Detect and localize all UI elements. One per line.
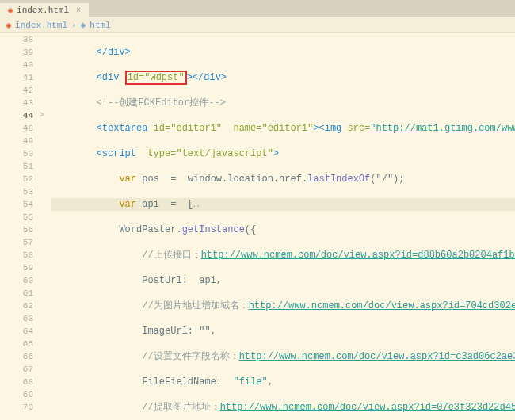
fold-column: > xyxy=(40,33,51,420)
line-number: 70 xyxy=(0,401,33,414)
line-number: 61 xyxy=(0,287,33,300)
line-number: 50 xyxy=(0,147,33,160)
tab-bar: ◉ index.html × xyxy=(0,0,515,17)
line-number: 62 xyxy=(0,300,33,312)
breadcrumb-node[interactable]: html xyxy=(90,21,110,30)
tab-label: index.html xyxy=(17,6,69,15)
line-number: 52 xyxy=(0,173,33,185)
html5-icon: ◉ xyxy=(6,21,11,30)
line-number: 65 xyxy=(0,338,33,350)
line-number: 67 xyxy=(0,363,33,376)
chevron-right-icon: › xyxy=(71,21,77,30)
line-number: 58 xyxy=(0,249,33,262)
code-area[interactable]: </div> <div id="wdpst"></div> <!--创建FCKE… xyxy=(51,33,515,420)
line-number: 63 xyxy=(0,312,33,325)
line-number: 44 xyxy=(0,109,33,122)
line-number: 57 xyxy=(0,236,33,249)
line-number: 48 xyxy=(0,122,33,135)
line-number: 40 xyxy=(0,59,33,71)
line-number: 51 xyxy=(0,160,33,173)
tab-index-html[interactable]: ◉ index.html × xyxy=(0,3,89,17)
line-gutter: 38 39 40 41 42 43 44 48 49 50 51 52 53 5… xyxy=(0,33,40,420)
line-number: 39 xyxy=(0,46,33,59)
line-number: 66 xyxy=(0,350,33,363)
close-icon[interactable]: × xyxy=(76,6,81,15)
breadcrumb: ◉ index.html › ◈ html xyxy=(0,17,515,33)
line-number: 53 xyxy=(0,185,33,198)
breadcrumb-file[interactable]: index.html xyxy=(15,21,67,30)
line-number: 41 xyxy=(0,71,33,84)
line-number: 43 xyxy=(0,97,33,109)
line-number: 38 xyxy=(0,33,33,46)
line-number: 69 xyxy=(0,388,33,401)
html5-icon: ◉ xyxy=(8,6,13,15)
fold-marker[interactable]: > xyxy=(40,109,51,122)
line-number: 60 xyxy=(0,274,33,287)
line-number: 68 xyxy=(0,376,33,388)
line-number: 49 xyxy=(0,135,33,147)
line-number: 42 xyxy=(0,84,33,97)
line-number: 56 xyxy=(0,223,33,236)
line-number: 64 xyxy=(0,325,33,338)
code-editor[interactable]: 38 39 40 41 42 43 44 48 49 50 51 52 53 5… xyxy=(0,33,515,420)
line-number: 55 xyxy=(0,211,33,223)
cube-icon: ◈ xyxy=(81,20,86,30)
line-number: 54 xyxy=(0,198,33,211)
line-number: 59 xyxy=(0,262,33,274)
